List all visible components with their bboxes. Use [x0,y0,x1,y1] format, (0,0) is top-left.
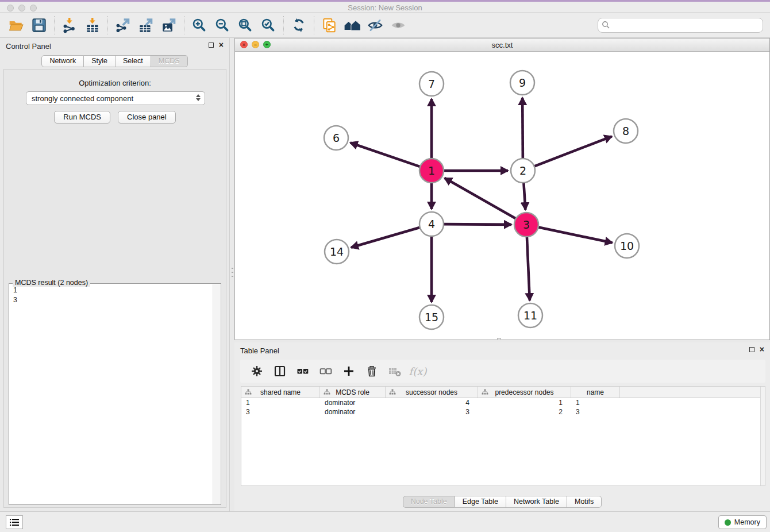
export-network-button[interactable] [111,15,134,36]
table-cell[interactable]: dominator [320,408,386,416]
table-row[interactable]: 1dominator411 [241,398,765,407]
node-table: shared nameMCDS rolesuccessor nodesprede… [241,386,765,486]
open-session-button[interactable] [5,15,28,36]
float-panel-icon[interactable] [209,43,214,48]
show-columns-button[interactable] [272,364,287,379]
tab-select[interactable]: Select [116,55,151,67]
refresh-button[interactable] [287,15,310,36]
add-column-button[interactable] [341,364,356,379]
vertical-splitter[interactable] [230,38,234,511]
table-cell[interactable]: dominator [320,399,386,407]
result-scrollbar[interactable] [213,284,220,504]
import-table-button[interactable] [81,15,104,36]
toolbar-separator [283,16,284,34]
graph-edge-3-11[interactable] [527,235,530,300]
network-graph[interactable]: 7968124314101511 [235,52,769,340]
export-image-icon [161,17,177,33]
graph-edge-2-3[interactable] [523,181,525,210]
tab-mcds[interactable]: MCDS [151,55,188,67]
graph-edge-3-1[interactable] [445,178,518,219]
zoom-selected-button[interactable] [257,15,280,36]
tab-edge-table[interactable]: Edge Table [455,496,506,508]
mcds-result-box: MCDS result (2 nodes) 13 [9,283,221,505]
tab-style[interactable]: Style [84,55,116,67]
graph-edge-4-3[interactable] [442,224,511,225]
show-all-button[interactable] [387,15,410,36]
clone-network-button[interactable] [318,15,341,36]
graph-edge-4-14[interactable] [351,227,422,248]
tab-network-table[interactable]: Network Table [506,496,567,508]
table-scrollbar[interactable] [760,387,765,485]
table-cell[interactable]: 3 [386,408,478,416]
run-mcds-button[interactable]: Run MCDS [54,111,110,124]
eye-icon [390,17,406,33]
graph-node-label: 15 [425,311,438,323]
zoom-fit-button[interactable] [234,15,257,36]
eye-slash-icon [367,17,383,33]
save-session-button[interactable] [28,15,51,36]
mcds-tab-content: Optimization criterion: strongly connect… [3,69,226,508]
select-all-button[interactable] [295,364,310,379]
close-table-panel-icon[interactable]: × [760,346,764,352]
table-cell[interactable]: 3 [241,408,320,416]
float-table-panel-icon[interactable] [749,347,754,352]
control-panel-tabs: NetworkStyleSelectMCDS [0,55,229,67]
column-header-name[interactable]: name [571,387,620,398]
tab-network[interactable]: Network [41,55,84,67]
memory-button[interactable]: Memory [718,515,767,529]
control-panel: Control Panel × NetworkStyleSelectMCDS O… [0,38,230,511]
first-neighbors-button[interactable] [341,15,364,36]
column-header-shared-name[interactable]: shared name [241,387,320,398]
main-toolbar [0,13,770,38]
close-panel-button[interactable]: Close panel [118,111,176,124]
export-image-button[interactable] [157,15,180,36]
deselect-all-button[interactable] [318,364,333,379]
deselect-all-icon [319,365,333,377]
delete-column-button[interactable] [364,364,379,379]
tab-motifs[interactable]: Motifs [567,496,602,508]
toolbar-separator [184,16,184,34]
import-network-button[interactable] [58,15,81,36]
graph-node-label: 7 [428,78,435,90]
task-history-button[interactable] [6,515,23,529]
main-area: Control Panel × NetworkStyleSelectMCDS O… [0,38,770,511]
export-table-button[interactable] [134,15,157,36]
column-header-predecessor-nodes[interactable]: predecessor nodes [478,387,571,398]
zoom-out-button[interactable] [211,15,234,36]
column-header-successor-nodes[interactable]: successor nodes [386,387,478,398]
function-builder-button: f(x) [410,364,425,379]
memory-label: Memory [734,518,760,526]
graph-edge-3-10[interactable] [537,227,613,243]
table-cell[interactable]: 1 [571,399,620,407]
close-panel-icon[interactable]: × [219,42,224,48]
hide-selected-button[interactable] [364,15,387,36]
table-cell[interactable]: 1 [478,399,571,407]
table-cell[interactable]: 1 [241,399,320,407]
search-input[interactable] [598,18,763,33]
table-cell[interactable]: 4 [386,399,478,407]
table-row[interactable]: 3dominator323 [241,407,765,417]
toolbar-separator [314,16,314,34]
save-disk-icon [31,17,47,33]
table-panel-header: Table Panel × [234,342,770,357]
graph-edge-2-8[interactable] [533,136,612,167]
table-cell[interactable]: 3 [571,408,620,416]
open-folder-icon [8,17,24,33]
clone-network-icon [321,17,337,33]
zoom-in-button[interactable] [188,15,211,36]
table-panel: Table Panel × [234,342,770,511]
table-settings-button[interactable] [249,364,264,379]
import-network-icon [61,17,78,33]
delete-table-button [387,364,402,379]
optimization-criterion-select[interactable]: strongly connected component [26,91,205,105]
column-header-label: MCDS role [336,388,369,396]
graph-edge-1-6[interactable] [351,142,422,167]
toolbar-separator [107,16,108,34]
table-panel-tabs: Node TableEdge TableNetwork TableMotifs [234,496,770,508]
select-stepper-icon [196,94,201,101]
graph-edge-2-9[interactable] [522,98,523,160]
splitter-grip-icon [232,268,233,278]
table-cell[interactable]: 2 [478,408,571,416]
tab-node-table[interactable]: Node Table [403,496,455,508]
column-header-MCDS-role[interactable]: MCDS role [320,387,386,398]
